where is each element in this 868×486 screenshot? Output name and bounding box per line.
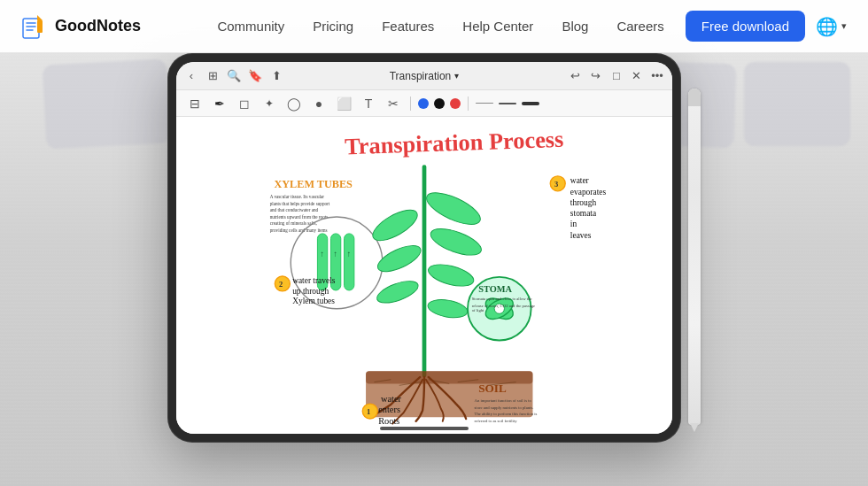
search-icon[interactable]: 🔍 xyxy=(226,68,242,84)
drawing-canvas: Transpiration Process XYLEM TUBES A vasc… xyxy=(176,117,672,434)
svg-text:stomata: stomata xyxy=(570,209,597,218)
svg-text:up through: up through xyxy=(292,287,329,296)
toolbar-separator-2 xyxy=(468,96,469,111)
bg-shape-1 xyxy=(43,58,171,149)
svg-text:An important function of soil : An important function of soil is to xyxy=(475,398,532,403)
nav-help-center[interactable]: Help Center xyxy=(462,19,533,34)
svg-point-25 xyxy=(428,223,484,260)
header: GoodNotes Community Pricing Features Hel… xyxy=(0,0,868,53)
nav-community[interactable]: Community xyxy=(217,19,284,34)
svg-text:XYLEM TUBES: XYLEM TUBES xyxy=(274,178,353,190)
bookmark-icon[interactable]: 🔖 xyxy=(247,68,263,84)
undo-icon[interactable]: ↩ xyxy=(568,68,584,84)
line-thin[interactable] xyxy=(476,103,493,104)
document-title: Transpiration xyxy=(390,70,452,82)
record-icon[interactable]: ● xyxy=(309,94,329,113)
app-topbar: ‹ ⊞ 🔍 🔖 ⬆ Transpiration ▾ ↩ ↪ □ ✕ ••• xyxy=(176,62,672,90)
tablet-wrapper: ‹ ⊞ 🔍 🔖 ⬆ Transpiration ▾ ↩ ↪ □ ✕ ••• xyxy=(167,53,701,443)
svg-text:3: 3 xyxy=(554,180,558,189)
logo-text: GoodNotes xyxy=(55,17,141,35)
title-chevron: ▾ xyxy=(454,71,459,81)
svg-text:enters: enters xyxy=(378,405,400,414)
shape-tool-icon[interactable]: ◯ xyxy=(284,94,304,113)
color-red[interactable] xyxy=(450,98,461,109)
line-thick[interactable] xyxy=(522,102,539,105)
svg-point-22 xyxy=(374,241,424,277)
svg-text:↑: ↑ xyxy=(320,249,324,258)
apple-pencil xyxy=(688,89,701,425)
text-tool-icon[interactable]: T xyxy=(359,94,378,113)
nav-careers[interactable]: Careers xyxy=(616,19,663,34)
svg-text:providing cells and many items: providing cells and many items xyxy=(270,228,328,233)
ipad-screen: ‹ ⊞ 🔍 🔖 ⬆ Transpiration ▾ ↩ ↪ □ ✕ ••• xyxy=(176,62,672,434)
svg-text:SOIL: SOIL xyxy=(478,382,507,395)
redo-icon[interactable]: ↪ xyxy=(588,68,604,84)
free-download-button[interactable]: Free download xyxy=(686,11,805,42)
toolbar-separator-1 xyxy=(410,96,411,111)
svg-text:in: in xyxy=(570,220,577,228)
svg-rect-16 xyxy=(345,234,354,290)
scissors-icon[interactable]: ✂ xyxy=(384,94,403,113)
svg-text:The ability to perform this fu: The ability to perform this function is xyxy=(475,412,538,416)
pen-tool-icon[interactable]: ✒ xyxy=(210,94,229,113)
svg-point-27 xyxy=(426,297,469,320)
svg-text:Xylem tubes: Xylem tubes xyxy=(292,297,335,305)
svg-point-21 xyxy=(368,204,422,247)
logo[interactable]: GoodNotes xyxy=(21,13,141,40)
svg-text:referred to as soil fertility: referred to as soil fertility xyxy=(475,419,518,423)
svg-point-26 xyxy=(426,260,476,290)
svg-point-23 xyxy=(375,277,421,307)
svg-text:water travels: water travels xyxy=(292,276,336,285)
color-black[interactable] xyxy=(434,98,445,109)
svg-text:nutrients upward from the root: nutrients upward from the roots xyxy=(270,214,329,220)
language-selector[interactable]: 🌐 ▾ xyxy=(816,16,847,37)
ipad-home-bar xyxy=(380,427,469,430)
globe-icon: 🌐 xyxy=(816,16,838,37)
svg-text:of light: of light xyxy=(472,308,484,312)
share-icon[interactable]: ⬆ xyxy=(268,68,284,84)
svg-text:Transpiration Process: Transpiration Process xyxy=(345,127,564,160)
svg-text:water: water xyxy=(381,394,402,404)
svg-text:STOMA: STOMA xyxy=(478,284,512,294)
svg-text:through: through xyxy=(570,198,597,207)
svg-text:leaves: leaves xyxy=(570,231,592,240)
back-icon[interactable]: ‹ xyxy=(183,68,199,84)
nav: Community Pricing Features Help Center B… xyxy=(217,19,663,34)
ipad-device: ‹ ⊞ 🔍 🔖 ⬆ Transpiration ▾ ↩ ↪ □ ✕ ••• xyxy=(167,53,681,443)
app-toolbar: ⊟ ✒ ◻ ✦ ◯ ● ⬜ T ✂ xyxy=(176,90,672,117)
grid-icon[interactable]: ⊞ xyxy=(205,68,221,84)
color-blue[interactable] xyxy=(418,98,429,109)
app-canvas[interactable]: Transpiration Process XYLEM TUBES A vasc… xyxy=(176,117,672,434)
line-medium[interactable] xyxy=(499,103,516,104)
svg-text:evaporates: evaporates xyxy=(570,188,607,197)
eraser-tool-icon[interactable]: ◻ xyxy=(235,94,254,113)
svg-text:↑: ↑ xyxy=(333,249,337,258)
svg-rect-29 xyxy=(366,371,532,383)
logo-icon xyxy=(21,13,48,40)
svg-text:A vascular tissue. Its vascula: A vascular tissue. Its vascular xyxy=(270,194,325,199)
topbar-left: ‹ ⊞ 🔍 🔖 ⬆ xyxy=(183,68,340,84)
overflow-icon[interactable]: ••• xyxy=(649,68,665,84)
topbar-center: Transpiration ▾ xyxy=(345,70,502,82)
svg-point-24 xyxy=(422,187,484,231)
topbar-right: ↩ ↪ □ ✕ ••• xyxy=(508,68,665,84)
close-icon[interactable]: ✕ xyxy=(629,68,645,84)
nav-features[interactable]: Features xyxy=(382,19,434,34)
nav-pricing[interactable]: Pricing xyxy=(313,19,353,34)
svg-text:water: water xyxy=(570,176,590,185)
svg-text:Stomata open and close to allo: Stomata open and close to allow the xyxy=(472,297,532,301)
svg-text:Roots: Roots xyxy=(378,416,399,426)
svg-text:plants that helps provide supp: plants that helps provide support xyxy=(270,201,330,206)
svg-rect-4 xyxy=(37,20,43,33)
svg-text:1: 1 xyxy=(367,407,370,416)
chevron-down-icon: ▾ xyxy=(841,20,847,32)
bg-shape-6 xyxy=(744,62,850,146)
image-tool-icon[interactable]: ⬜ xyxy=(334,94,353,113)
svg-text:and that conductwater and: and that conductwater and xyxy=(270,207,319,212)
lasso-tool-icon[interactable]: ✦ xyxy=(260,94,279,113)
svg-text:store and supply nutrients to : store and supply nutrients to plants. xyxy=(475,405,534,410)
sidebar-toggle-icon[interactable]: ⊟ xyxy=(185,94,205,113)
nav-blog[interactable]: Blog xyxy=(562,19,588,34)
more-icon[interactable]: □ xyxy=(608,68,624,84)
svg-text:2: 2 xyxy=(279,280,283,289)
